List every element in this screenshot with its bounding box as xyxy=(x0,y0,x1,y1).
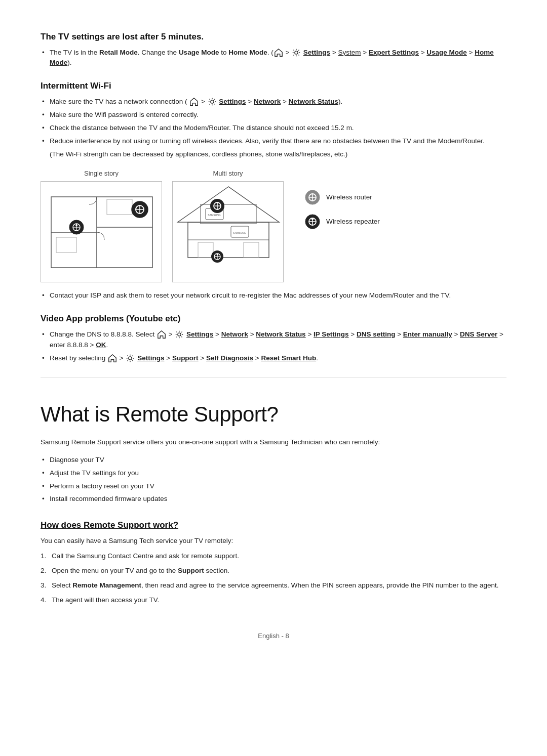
step-2: 2. Open the menu on your TV and go to th… xyxy=(41,566,506,576)
home-icon-video-1 xyxy=(157,330,166,339)
wifi-section: Intermittent Wi-Fi Make sure the TV has … xyxy=(41,79,506,301)
wifi-bullet-2: Make sure the Wifi password is entered c… xyxy=(41,110,506,120)
home-icon-inline xyxy=(274,48,283,57)
gear-icon-inline-1 xyxy=(292,48,301,57)
home-mode-text: Home Mode xyxy=(228,49,267,56)
step-1: 1. Call the Samsung Contact Centre and a… xyxy=(41,551,506,562)
footer-text: English - 8 xyxy=(258,632,289,640)
usage-mode-text: Usage Mode xyxy=(179,49,219,56)
page-footer: English - 8 xyxy=(41,631,506,641)
svg-point-45 xyxy=(311,218,314,220)
remote-bullet-2: Adjust the TV settings for you xyxy=(41,468,506,479)
svg-text:SAMSUNG: SAMSUNG xyxy=(208,214,220,217)
reset-smart-hub-link: Reset Smart Hub xyxy=(261,354,316,362)
single-story-label: Single story xyxy=(84,169,119,179)
ok-link: OK xyxy=(96,341,106,349)
multi-story-svg: SAMSUNG SAMSUNG xyxy=(172,181,284,282)
network-status-video-link: Network Status xyxy=(256,330,305,338)
multi-story-label: Multi story xyxy=(213,169,243,179)
video-app-title: Video App problems (Youtube etc) xyxy=(41,312,506,325)
svg-point-46 xyxy=(178,333,181,336)
support-step-text: Support xyxy=(178,567,204,574)
home-icon-video-2 xyxy=(108,354,117,363)
gear-icon-video-2 xyxy=(126,354,135,363)
step-4-num: 4. xyxy=(41,595,46,606)
settings-link-1: Settings xyxy=(303,49,330,56)
repeater-legend-label: Wireless repeater xyxy=(326,217,380,227)
remote-support-steps: 1. Call the Samsung Contact Centre and a… xyxy=(41,551,506,606)
repeater-legend-icon xyxy=(304,213,321,230)
divider xyxy=(41,377,506,378)
svg-rect-8 xyxy=(107,199,132,215)
remote-support-title: What is Remote Support? xyxy=(41,398,506,430)
video-app-bullet-2: Reset by selecting > Settings > Support … xyxy=(41,353,506,364)
how-remote-support-section: How does Remote Support work? You can ea… xyxy=(41,519,506,605)
wifi-bullet-3: Check the distance between the TV and th… xyxy=(41,123,506,134)
wifi-bullet-4: Reduce interference by not using or turn… xyxy=(41,136,506,147)
single-story-svg xyxy=(41,181,162,282)
network-link: Network xyxy=(254,98,281,105)
usage-mode-link: Usage Mode xyxy=(426,49,467,56)
wifi-contact-bullet: Contact your ISP and ask them to reset y… xyxy=(41,290,506,301)
step-1-text: Call the Samsung Contact Centre and ask … xyxy=(52,552,239,560)
tv-settings-list: The TV is in the Retail Mode. Change the… xyxy=(41,48,506,69)
video-app-section: Video App problems (Youtube etc) Change … xyxy=(41,312,506,363)
router-legend-icon xyxy=(304,189,321,206)
wifi-note: (The Wi-Fi strength can be decreased by … xyxy=(50,149,506,159)
svg-point-17 xyxy=(75,224,77,226)
step-3-num: 3. xyxy=(41,580,46,591)
step-3: 3. Select Remote Management, then read a… xyxy=(41,580,506,591)
remote-mgmt-text: Remote Management xyxy=(72,581,141,589)
expert-settings-link: Expert Settings xyxy=(369,49,419,56)
wifi-title: Intermittent Wi-Fi xyxy=(41,79,506,93)
remote-support-intro: Samsung Remote Support service offers yo… xyxy=(41,437,506,447)
dns-server-link: DNS Server xyxy=(460,330,497,338)
ip-settings-link: IP Settings xyxy=(314,330,349,338)
multi-story-diagram: Multi story SAMSUNG SAMSUNG xyxy=(172,169,284,283)
step-2-num: 2. xyxy=(41,566,46,576)
tv-settings-section: The TV settings are lost after 5 minutes… xyxy=(41,30,506,68)
wifi-contact-list: Contact your ISP and ask them to reset y… xyxy=(41,290,506,301)
settings-video-2-link: Settings xyxy=(137,354,164,362)
router-legend-label: Wireless router xyxy=(326,192,372,202)
step-4-text: The agent will then access your TV. xyxy=(52,596,159,604)
remote-bullet-4: Install recommended firmware updates xyxy=(41,494,506,505)
network-status-link: Network Status xyxy=(289,98,338,105)
home-icon-wifi-1 xyxy=(189,97,199,106)
svg-point-2 xyxy=(210,100,213,103)
tv-settings-bullet-1: The TV is in the Retail Mode. Change the… xyxy=(41,48,506,69)
support-link: Support xyxy=(172,354,199,362)
svg-rect-7 xyxy=(56,237,76,253)
svg-point-47 xyxy=(129,357,132,360)
self-diagnosis-link: Self Diagnosis xyxy=(206,354,253,362)
settings-video-link: Settings xyxy=(186,330,213,338)
retail-mode-text: Retail Mode xyxy=(99,49,138,56)
system-link: System xyxy=(338,49,361,56)
video-app-bullet-1: Change the DNS to 8.8.8.8. Select > Sett… xyxy=(41,329,506,351)
svg-text:SAMSUNG: SAMSUNG xyxy=(233,231,246,234)
single-story-diagram: Single story xyxy=(41,169,162,283)
remote-support-bullets: Diagnose your TV Adjust the TV settings … xyxy=(41,455,506,505)
tv-settings-title: The TV settings are lost after 5 minutes… xyxy=(41,30,506,44)
wifi-diagram: Single story xyxy=(41,169,506,283)
svg-point-1 xyxy=(295,51,298,54)
network-video-link: Network xyxy=(221,330,248,338)
wifi-legend: Wireless router Wireless repeater xyxy=(304,189,380,230)
how-remote-support-intro: You can easily have a Samsung Tech servi… xyxy=(41,536,506,546)
enter-manually-link: Enter manually xyxy=(403,330,452,338)
settings-wifi-link: Settings xyxy=(219,98,246,105)
wifi-list: Make sure the TV has a network connectio… xyxy=(41,97,506,147)
svg-rect-23 xyxy=(244,242,259,258)
step-4: 4. The agent will then access your TV. xyxy=(41,595,506,606)
remote-bullet-3: Perform a factory reset on your TV xyxy=(41,481,506,492)
step-1-num: 1. xyxy=(41,551,46,562)
legend-repeater: Wireless repeater xyxy=(304,213,380,230)
svg-rect-22 xyxy=(198,242,213,258)
remote-bullet-1: Diagnose your TV xyxy=(41,455,506,466)
legend-router: Wireless router xyxy=(304,189,380,206)
dns-setting-link: DNS setting xyxy=(357,330,396,338)
svg-point-36 xyxy=(217,254,218,256)
wifi-bullet-1: Make sure the TV has a network connectio… xyxy=(41,97,506,107)
video-app-list: Change the DNS to 8.8.8.8. Select > Sett… xyxy=(41,329,506,364)
gear-icon-video-1 xyxy=(175,330,184,339)
